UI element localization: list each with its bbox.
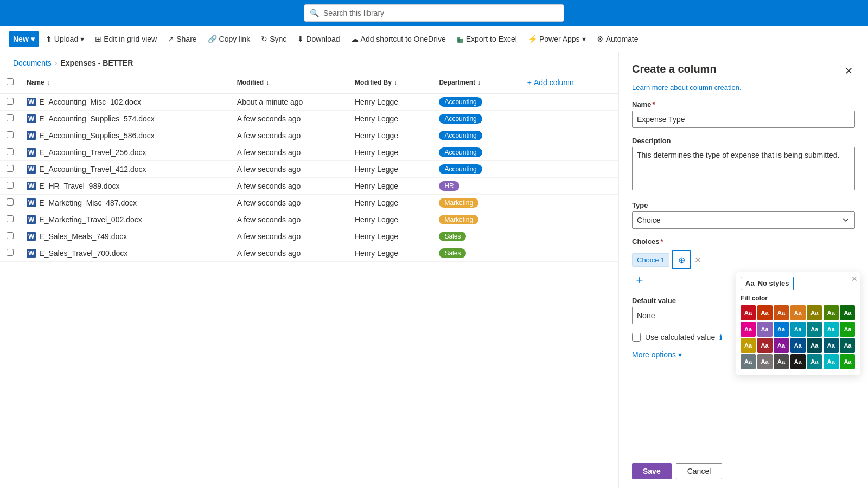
add-column-header[interactable]: + Add column — [516, 72, 618, 94]
color-swatch[interactable]: Aa — [774, 354, 789, 369]
new-button[interactable]: New ▾ — [9, 31, 39, 47]
row-extra-cell — [516, 228, 618, 245]
department-badge: Accounting — [439, 114, 482, 124]
table-row[interactable]: W E_Accounting_Misc_102.docx About a min… — [0, 94, 618, 111]
style-popup-close-button[interactable]: ✕ — [851, 274, 858, 283]
table-row[interactable]: W E_Sales_Travel_700.docx A few seconds … — [0, 245, 618, 262]
row-checkbox[interactable] — [7, 165, 14, 172]
modified-header[interactable]: Modified ↓ — [231, 72, 348, 94]
row-checkbox[interactable] — [7, 131, 14, 138]
save-button[interactable]: Save — [632, 463, 672, 479]
name-header-label: Name — [27, 79, 44, 86]
export-excel-button[interactable]: ▦ Export to Excel — [452, 31, 521, 47]
color-swatch[interactable]: Aa — [790, 354, 806, 369]
color-swatch[interactable]: Aa — [741, 338, 756, 353]
color-swatch[interactable]: Aa — [807, 322, 822, 337]
color-swatch[interactable]: Aa — [824, 354, 839, 369]
choice-1-row: Choice 1 ⊕ ✕ ✕ Aa No styles Fill c — [632, 250, 855, 269]
row-checkbox[interactable] — [7, 215, 14, 222]
file-name: E_Accounting_Travel_256.docx — [39, 148, 146, 157]
row-modified-cell: About a minute ago — [231, 94, 348, 111]
add-column-button[interactable]: + Add column — [523, 76, 578, 89]
color-swatch[interactable]: Aa — [807, 305, 822, 320]
name-header[interactable]: Name ↓ — [20, 72, 231, 94]
name-input[interactable] — [632, 111, 855, 128]
row-checkbox[interactable] — [7, 198, 14, 206]
table-row[interactable]: W E_Accounting_Supplies_574.docx A few s… — [0, 111, 618, 127]
edit-grid-button[interactable]: ⊞ Edit in grid view — [91, 31, 161, 47]
color-swatch[interactable]: Aa — [774, 338, 789, 353]
department-badge: Accounting — [439, 131, 482, 140]
type-select[interactable]: Choice — [632, 211, 855, 229]
info-icon[interactable]: ℹ — [719, 333, 722, 342]
color-swatch[interactable]: Aa — [840, 305, 855, 320]
upload-button[interactable]: ⬆ Upload ▾ — [41, 31, 88, 47]
department-sort-icon: ↓ — [477, 79, 481, 86]
color-swatch[interactable]: Aa — [757, 354, 773, 369]
color-swatch[interactable]: Aa — [790, 305, 806, 320]
row-checkbox[interactable] — [7, 182, 14, 189]
color-swatch[interactable]: Aa — [824, 338, 839, 353]
row-checkbox-cell — [0, 211, 20, 228]
color-swatch[interactable]: Aa — [774, 305, 789, 320]
color-swatch[interactable]: Aa — [807, 338, 822, 353]
add-choice-button[interactable]: + — [632, 273, 647, 288]
search-box[interactable]: 🔍 Search this library — [304, 4, 564, 22]
choice-1-tag: Choice 1 — [632, 253, 669, 267]
automate-button[interactable]: ⚙ Automate — [592, 31, 643, 47]
table-row[interactable]: W E_Accounting_Supplies_586.docx A few s… — [0, 127, 618, 144]
color-swatch[interactable]: Aa — [741, 354, 756, 369]
table-row[interactable]: W E_Marketing_Misc_487.docx A few second… — [0, 195, 618, 211]
color-swatch[interactable]: Aa — [824, 305, 839, 320]
panel-subtitle[interactable]: Learn more about column creation. — [619, 84, 868, 100]
table-row[interactable]: W E_Accounting_Travel_256.docx A few sec… — [0, 144, 618, 161]
download-button[interactable]: ⬇ Download — [293, 31, 344, 47]
cancel-button[interactable]: Cancel — [676, 463, 723, 479]
department-badge: Accounting — [439, 164, 482, 174]
color-swatch[interactable]: Aa — [840, 322, 855, 337]
color-swatch[interactable]: Aa — [790, 322, 806, 337]
color-swatch[interactable]: Aa — [757, 338, 773, 353]
select-all-checkbox[interactable] — [7, 78, 14, 85]
color-swatch[interactable]: Aa — [807, 354, 822, 369]
file-name: E_Accounting_Misc_102.docx — [39, 98, 141, 106]
row-checkbox[interactable] — [7, 148, 14, 155]
color-swatch[interactable]: Aa — [757, 305, 773, 320]
color-swatch[interactable]: Aa — [840, 338, 855, 353]
color-swatch[interactable]: Aa — [757, 322, 773, 337]
breadcrumb-parent[interactable]: Documents — [13, 59, 52, 67]
add-shortcut-button[interactable]: ☁ Add shortcut to OneDrive — [347, 31, 450, 47]
row-checkbox[interactable] — [7, 249, 14, 256]
color-swatch[interactable]: Aa — [741, 305, 756, 320]
share-button[interactable]: ↗ Share — [163, 31, 201, 47]
no-style-option[interactable]: Aa No styles — [741, 277, 794, 290]
panel-close-button[interactable]: ✕ — [843, 63, 855, 79]
color-swatch[interactable]: Aa — [741, 322, 756, 337]
link-icon: 🔗 — [208, 35, 217, 43]
word-icon: W — [27, 114, 36, 123]
copy-link-button[interactable]: 🔗 Copy link — [203, 31, 255, 47]
download-label: Download — [306, 35, 340, 43]
color-swatch[interactable]: Aa — [790, 338, 806, 353]
table-row[interactable]: W E_Marketing_Travel_002.docx A few seco… — [0, 211, 618, 228]
choice-delete-button[interactable]: ✕ — [693, 254, 703, 266]
no-style-label: No styles — [758, 279, 789, 287]
row-checkbox[interactable] — [7, 98, 14, 105]
row-modified-cell: A few seconds ago — [231, 211, 348, 228]
description-textarea[interactable]: This determines the type of expense that… — [632, 147, 855, 190]
color-swatch[interactable]: Aa — [774, 322, 789, 337]
modified-by-header[interactable]: Modified By ↓ — [348, 72, 432, 94]
row-checkbox[interactable] — [7, 114, 14, 121]
calculated-value-checkbox[interactable] — [632, 333, 641, 342]
table-row[interactable]: W E_Accounting_Travel_412.docx A few sec… — [0, 161, 618, 178]
choice-style-button[interactable]: ⊕ — [672, 250, 691, 269]
department-header[interactable]: Department ↓ — [432, 72, 516, 94]
table-row[interactable]: W E_HR_Travel_989.docx A few seconds ago… — [0, 178, 618, 195]
table-row[interactable]: W E_Sales_Meals_749.docx A few seconds a… — [0, 228, 618, 245]
color-swatch[interactable]: Aa — [824, 322, 839, 337]
color-swatch[interactable]: Aa — [840, 354, 855, 369]
row-checkbox[interactable] — [7, 232, 14, 239]
sync-button[interactable]: ↻ Sync — [257, 31, 291, 47]
more-options-button[interactable]: More options ▾ — [632, 348, 682, 361]
power-apps-button[interactable]: ⚡ Power Apps ▾ — [524, 31, 590, 47]
